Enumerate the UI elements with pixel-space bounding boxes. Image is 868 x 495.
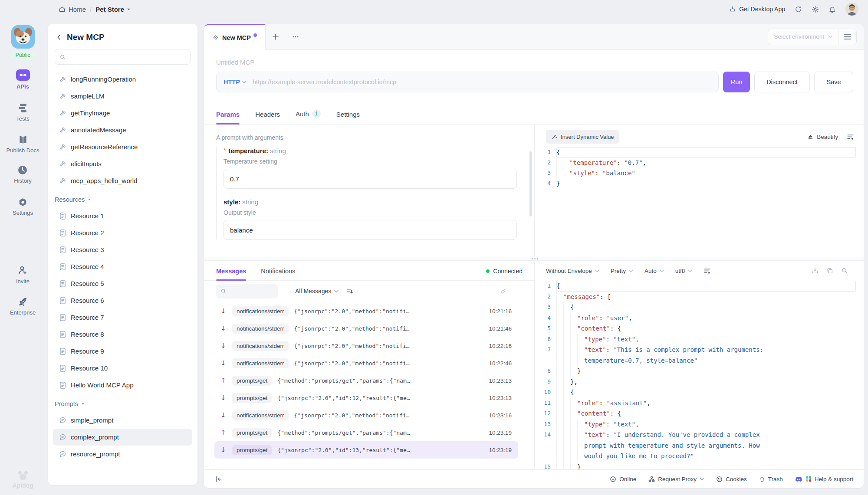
sidebar-item-enterprise[interactable]: Enterprise [10, 296, 36, 316]
sync-icon[interactable] [795, 6, 802, 13]
sort-icon[interactable] [346, 288, 353, 294]
sidebar-item-resource[interactable]: Resource 7 [53, 309, 192, 326]
tab-new-mcp[interactable]: New MCP [204, 24, 266, 50]
message-row[interactable]: ↓prompts/get{"jsonrpc":"2.0","id":13,"re… [214, 441, 518, 459]
sidebar-item-resource[interactable]: Resource 3 [53, 241, 192, 258]
sidebar-item-apis[interactable]: APIs [16, 69, 30, 90]
request-body-editor[interactable]: 1{2"temperature": "0.7",3"style": "balan… [535, 147, 864, 189]
tab-params[interactable]: Params [216, 111, 240, 124]
sidebar-item-prompt[interactable]: complex_prompt [53, 429, 192, 446]
sidebar-item-settings[interactable]: Settings [13, 197, 33, 216]
save-button[interactable]: Save [814, 72, 853, 92]
message-row[interactable]: ↓notifications/stderr{"jsonrpc":"2.0","m… [214, 337, 518, 354]
tab-overflow-button[interactable] [286, 24, 306, 49]
environment-menu-button[interactable] [838, 29, 856, 45]
tab-auth[interactable]: Auth1 [296, 109, 321, 124]
disconnect-button[interactable]: Disconnect [754, 72, 810, 92]
get-desktop-app-button[interactable]: Get Desktop App [729, 6, 785, 13]
tab-settings[interactable]: Settings [336, 111, 360, 124]
envelope-select[interactable]: Without Envelope [546, 268, 599, 274]
request-proxy-menu[interactable]: Request Proxy [648, 476, 704, 482]
url-input[interactable]: HTTP https://example-server.modelcontext… [216, 72, 719, 92]
environment-select[interactable]: Select environment [768, 29, 838, 45]
word-wrap-icon[interactable] [704, 268, 711, 274]
field-value-input[interactable]: balance [224, 220, 517, 240]
section-resources[interactable]: Resources [53, 192, 192, 207]
workspace-avatar[interactable] [11, 25, 35, 49]
sidebar-item-prompt[interactable]: resource_prompt [53, 446, 192, 462]
sidebar-search-input[interactable] [55, 49, 191, 65]
sidebar-item-tool[interactable]: getTinyImage [53, 105, 192, 121]
indent-guide [563, 398, 570, 409]
message-row[interactable]: ↓notifications/stderr{"jsonrpc":"2.0","m… [214, 302, 518, 320]
sidebar-item-resource[interactable]: Resource 9 [53, 343, 192, 360]
sidebar-item-invite[interactable]: Invite [16, 265, 30, 285]
message-row[interactable]: ↓prompts/get{"jsonrpc":"2.0","id":12,"re… [214, 389, 518, 406]
add-tab-button[interactable] [266, 24, 286, 49]
copy-icon[interactable] [826, 267, 833, 274]
sidebar-item-resource[interactable]: Resource 2 [53, 224, 192, 241]
check-circle-icon [610, 476, 616, 482]
line-text: "role": "assistant", [577, 398, 651, 409]
clear-messages-icon[interactable] [500, 288, 507, 295]
word-wrap-icon[interactable] [847, 134, 854, 140]
sidebar-item-resource[interactable]: Resource 10 [53, 360, 192, 377]
split-handle[interactable] [204, 257, 864, 261]
user-avatar[interactable] [845, 3, 858, 16]
format-select[interactable]: Pretty [611, 268, 633, 274]
beautify-button[interactable]: Beautify [807, 134, 838, 140]
message-type-filter[interactable]: All Messages [295, 288, 339, 295]
message-search-input[interactable] [216, 284, 278, 298]
collapse-sidebar-icon[interactable] [215, 476, 222, 482]
help-support-button[interactable]: Help & support [795, 476, 853, 482]
sidebar-item-tool[interactable]: sampleLLM [53, 88, 192, 105]
sidebar-item-resource[interactable]: Resource 8 [53, 326, 192, 343]
sidebar-item-resource[interactable]: Resource 6 [53, 292, 192, 309]
sidebar-item-tool[interactable]: longRunningOperation [53, 71, 192, 88]
tab-headers[interactable]: Headers [255, 111, 280, 124]
section-prompts[interactable]: Prompts [53, 396, 192, 412]
message-row[interactable]: ↓notifications/stderr{"jsonrpc":"2.0","m… [214, 406, 518, 424]
insert-dynamic-value-button[interactable]: Insert Dynamic Value [546, 130, 619, 144]
response-body-editor[interactable]: 1{2"messages": [3{4"role": "user",5"cont… [535, 281, 864, 469]
sidebar-item-publish-docs[interactable]: Publish Docs [7, 135, 39, 154]
message-row[interactable]: ↑prompts/get{"method":"prompts/get","par… [214, 424, 518, 441]
sidebar-item-tool[interactable]: annotatedMessage [53, 121, 192, 138]
gear-icon[interactable] [812, 6, 819, 13]
encoding-select[interactable]: utf8 [675, 268, 693, 274]
line-number: 3 [535, 168, 556, 178]
sidebar-item-tool[interactable]: elicitInputs [53, 155, 192, 172]
mode-select[interactable]: Auto [644, 268, 664, 274]
online-status[interactable]: Online [610, 476, 636, 482]
sidebar-item-resource[interactable]: Resource 5 [53, 275, 192, 292]
back-icon[interactable] [56, 34, 62, 41]
breadcrumb-project[interactable]: Pet Store [95, 6, 131, 13]
line-number: 1 [535, 147, 556, 157]
code-line: 13"type": "text", [535, 419, 864, 430]
cookies-button[interactable]: Cookies [716, 476, 747, 482]
run-button[interactable]: Run [723, 72, 750, 92]
sidebar-item-tool[interactable]: getResourceReference [53, 138, 192, 155]
message-row[interactable]: ↓notifications/stderr{"jsonrpc":"2.0","m… [214, 320, 518, 337]
tab-notifications[interactable]: Notifications [261, 268, 295, 280]
breadcrumb-home[interactable]: Home [59, 6, 86, 13]
sidebar-item-tool[interactable]: mcp_apps_hello_world [53, 172, 192, 189]
form-scrollbar[interactable] [529, 151, 532, 216]
field-value-input[interactable]: 0.7 [224, 169, 517, 189]
search-response-icon[interactable] [841, 267, 848, 274]
message-row[interactable]: ↑prompts/get{"method":"prompts/get","par… [214, 372, 518, 389]
sidebar-item-resource[interactable]: Hello World MCP App [53, 377, 192, 393]
tab-messages[interactable]: Messages [216, 268, 246, 280]
sidebar-item-resource[interactable]: Resource 1 [53, 207, 192, 224]
message-method-badge: prompts/get [232, 428, 272, 438]
sidebar-item-prompt[interactable]: simple_prompt [53, 412, 192, 429]
bell-icon[interactable] [829, 6, 836, 13]
sidebar-item-resource[interactable]: Resource 4 [53, 258, 192, 275]
message-row[interactable]: ↓notifications/stderr{"jsonrpc":"2.0","m… [214, 354, 518, 372]
mcp-name-input[interactable]: Untitled MCP [216, 59, 254, 66]
trash-button[interactable]: Trash [759, 476, 783, 482]
download-response-icon[interactable] [812, 267, 819, 274]
sidebar-item-tests[interactable]: Tests [16, 103, 29, 122]
protocol-select[interactable]: HTTP [224, 79, 247, 85]
sidebar-item-history[interactable]: History [14, 165, 31, 184]
